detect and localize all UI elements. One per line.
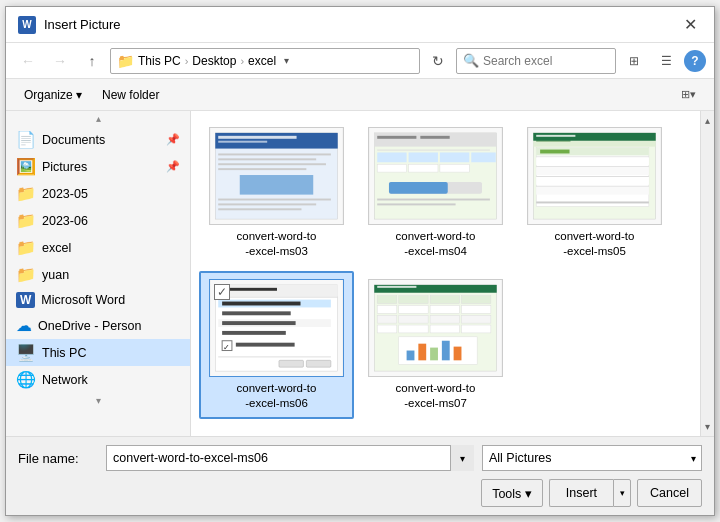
sidebar-item-pictures[interactable]: 🖼️ Pictures 📌 [6, 153, 190, 180]
action-row: Tools ▾ Insert ▾ Cancel [18, 479, 702, 507]
thumbnail-ms06: ✓ [209, 279, 344, 377]
forward-button[interactable]: → [46, 47, 74, 75]
file-name-ms04: convert-word-to-excel-ms04 [396, 229, 476, 259]
svg-rect-25 [440, 164, 469, 172]
svg-rect-59 [222, 321, 295, 325]
svg-rect-55 [222, 301, 300, 305]
sidebar-label-2023-05: 2023-05 [42, 187, 88, 201]
sidebar-label-network: Network [42, 373, 88, 387]
svg-rect-41 [536, 157, 649, 165]
svg-rect-18 [377, 150, 490, 151]
file-item-ms06[interactable]: ✓ [199, 271, 354, 419]
insert-button-wrap: Insert ▾ [549, 479, 631, 507]
svg-rect-23 [377, 164, 406, 172]
search-icon: 🔍 [463, 53, 479, 68]
breadcrumb[interactable]: 📁 This PC › Desktop › excel ▾ [110, 48, 420, 74]
svg-rect-40 [536, 156, 649, 157]
tools-button[interactable]: Tools ▾ [481, 479, 543, 507]
sidebar-item-documents[interactable]: 📄 Documents 📌 [6, 126, 190, 153]
back-button[interactable]: ← [14, 47, 42, 75]
sidebar-item-2023-05[interactable]: 📁 2023-05 [6, 180, 190, 207]
search-input[interactable] [483, 54, 633, 68]
view-toggle-button[interactable]: ⊞ [620, 47, 648, 75]
svg-rect-64 [236, 343, 295, 347]
breadcrumb-part-2: Desktop [192, 54, 236, 68]
sidebar-label-documents: Documents [42, 133, 105, 147]
organize-button[interactable]: Organize ▾ [18, 86, 88, 104]
sidebar-item-microsoft-word[interactable]: W Microsoft Word [6, 288, 190, 312]
svg-rect-4 [218, 141, 267, 143]
navigation-toolbar: ← → ↑ 📁 This PC › Desktop › excel ▾ ↻ 🔍 … [6, 43, 714, 79]
scroll-down-arrow[interactable]: ▾ [703, 419, 712, 434]
svg-rect-20 [409, 152, 438, 162]
filetype-select[interactable]: All Pictures All Files PNG (*.png) JPEG … [482, 445, 702, 471]
breadcrumb-dropdown[interactable]: ▾ [284, 55, 289, 66]
svg-rect-29 [377, 203, 455, 205]
svg-rect-35 [533, 133, 655, 141]
view-details-button[interactable]: ☰ [652, 47, 680, 75]
svg-rect-57 [222, 311, 291, 315]
sidebar-label-pictures: Pictures [42, 160, 87, 174]
svg-rect-11 [218, 203, 316, 205]
svg-rect-77 [399, 305, 428, 313]
insert-button[interactable]: Insert [549, 479, 613, 507]
content-area: convert-word-to-excel-ms03 [191, 111, 700, 436]
pin-icon-documents: 📌 [166, 133, 180, 146]
file-item-ms05[interactable]: convert-word-to-excel-ms05 [517, 119, 672, 267]
cancel-button[interactable]: Cancel [637, 479, 702, 507]
svg-rect-43 [536, 167, 649, 175]
sidebar-item-yuan[interactable]: 📁 yuan [6, 261, 190, 288]
main-area: ▴ 📄 Documents 📌 🖼️ Pictures 📌 📁 2023-05 … [6, 111, 714, 436]
filename-input[interactable] [106, 445, 474, 471]
sidebar-item-network[interactable]: 🌐 Network [6, 366, 190, 393]
svg-rect-91 [430, 347, 438, 360]
svg-rect-24 [409, 164, 438, 172]
filename-dropdown-button[interactable]: ▾ [450, 445, 474, 471]
sidebar-item-excel[interactable]: 📁 excel [6, 234, 190, 261]
selection-checkbox: ✓ [214, 284, 230, 300]
filename-row: File name: ▾ All Pictures All Files PNG … [18, 445, 702, 471]
svg-rect-16 [377, 136, 416, 139]
insert-picture-dialog: W Insert Picture ✕ ← → ↑ 📁 This PC › Des… [5, 6, 715, 516]
breadcrumb-sep-2: › [240, 55, 244, 67]
folder-icon: 📁 [117, 53, 134, 69]
svg-rect-36 [536, 135, 575, 137]
file-item-ms03[interactable]: convert-word-to-excel-ms03 [199, 119, 354, 267]
svg-rect-65 [218, 356, 331, 357]
svg-rect-3 [218, 136, 296, 139]
file-item-ms04[interactable]: convert-word-to-excel-ms04 [358, 119, 513, 267]
insert-dropdown-button[interactable]: ▾ [613, 479, 631, 507]
sidebar-item-onedrive[interactable]: ☁ OneDrive - Person [6, 312, 190, 339]
svg-rect-44 [536, 176, 649, 177]
sidebar-item-this-pc[interactable]: 🖥️ This PC [6, 339, 190, 366]
svg-rect-9 [240, 175, 313, 195]
scroll-up-arrow[interactable]: ▴ [703, 113, 712, 128]
svg-rect-17 [420, 136, 449, 139]
svg-rect-45 [536, 177, 649, 185]
svg-rect-82 [430, 315, 459, 323]
thumbnail-ms07 [368, 279, 503, 377]
file-item-ms07[interactable]: convert-word-to-excel-ms07 [358, 271, 513, 419]
svg-rect-92 [442, 341, 450, 361]
view-icon-btn[interactable]: ⊞▾ [674, 81, 702, 109]
svg-rect-7 [218, 163, 326, 165]
close-button[interactable]: ✕ [678, 13, 702, 37]
sidebar-label-2023-06: 2023-06 [42, 214, 88, 228]
help-button[interactable]: ? [684, 50, 706, 72]
svg-rect-8 [218, 168, 306, 170]
sidebar-item-2023-06[interactable]: 📁 2023-06 [6, 207, 190, 234]
svg-rect-10 [218, 199, 331, 201]
svg-rect-27 [389, 182, 448, 194]
svg-rect-84 [377, 325, 397, 333]
this-pc-icon: 🖥️ [16, 343, 36, 362]
refresh-button[interactable]: ↻ [424, 48, 452, 74]
svg-rect-22 [471, 152, 495, 162]
svg-rect-80 [377, 315, 397, 323]
up-button[interactable]: ↑ [78, 47, 106, 75]
new-folder-button[interactable]: New folder [96, 86, 165, 104]
svg-rect-83 [461, 315, 490, 323]
svg-rect-90 [418, 344, 426, 361]
svg-rect-76 [377, 305, 397, 313]
svg-rect-53 [215, 297, 337, 298]
right-scrollbar[interactable]: ▴ ▾ [700, 111, 714, 436]
